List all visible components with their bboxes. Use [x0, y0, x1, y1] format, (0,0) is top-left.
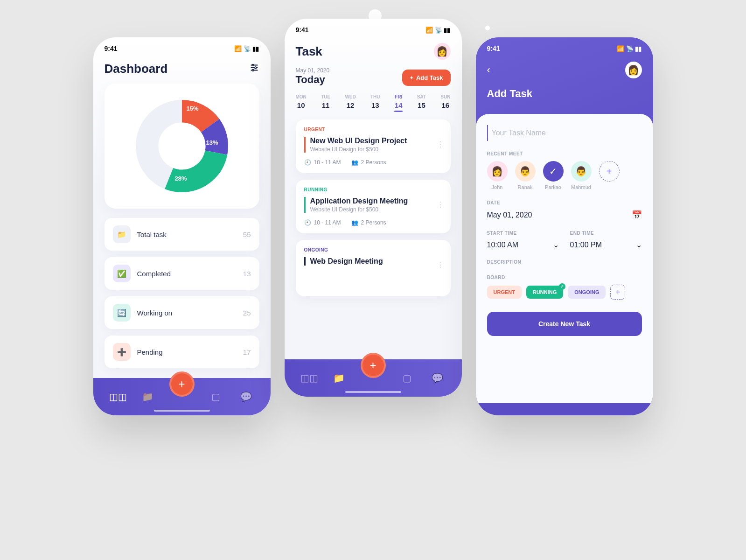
task-title: Task	[296, 44, 322, 59]
tab-folder-icon[interactable]: 📁	[139, 391, 156, 402]
day-thu[interactable]: THU13	[370, 94, 380, 109]
end-time-value: 01:00 PM	[570, 241, 602, 249]
status-bar: 9:41 📶 📡 ▮▮	[285, 19, 462, 37]
more-icon[interactable]: ⋮	[437, 260, 444, 269]
tab-board-icon[interactable]: ▢	[399, 372, 416, 384]
task-tag: ONGOING	[304, 247, 442, 252]
status-bar: 9:41 📶 📡 ▮▮	[93, 37, 271, 56]
task-card-ongoing[interactable]: ONGOING ⋮ Web Design Meeting	[296, 240, 451, 296]
status-icons: 📶 📡 ▮▮	[425, 27, 450, 34]
check-folder-icon: ✅	[113, 265, 131, 282]
meet-ranak[interactable]: 👨 Ranak	[515, 161, 536, 190]
task-card-urgent[interactable]: URGENT ⋮ New Web UI Design Project Websi…	[296, 119, 451, 173]
chevron-down-icon: ⌄	[553, 240, 559, 249]
back-icon[interactable]: ‹	[487, 64, 490, 76]
phone-task: 9:41 📶 📡 ▮▮ Task 👩 May 01, 2020 Today + …	[285, 19, 462, 397]
svg-point-3	[252, 64, 254, 66]
task-persons: 2 Persons	[361, 219, 386, 226]
addtask-sheet: RECENT MEET 👩 John 👨 Ranak ✓ Parkao 👨 Ma…	[476, 114, 653, 403]
home-indicator	[345, 391, 401, 393]
more-icon[interactable]: ⋮	[437, 200, 444, 209]
tab-dashboard-icon[interactable]: ◫◫	[109, 391, 126, 402]
day-sat[interactable]: SAT15	[417, 94, 426, 109]
add-folder-icon: ➕	[113, 343, 131, 361]
dashboard-title: Dashboard	[105, 62, 168, 76]
day-sun[interactable]: SUN16	[440, 94, 450, 109]
check-icon: ✓	[559, 283, 565, 290]
avatar-icon: 👩	[487, 161, 508, 182]
add-task-label: Add Task	[416, 74, 443, 81]
more-icon[interactable]: ⋮	[437, 140, 444, 149]
task-date: May 01, 2020	[296, 67, 330, 74]
day-wed[interactable]: WED12	[345, 94, 356, 109]
chevron-down-icon: ⌄	[636, 240, 642, 249]
fab-add-button[interactable]: +	[361, 353, 386, 378]
tab-dashboard-icon[interactable]: ◫◫	[300, 372, 317, 384]
label-date: DATE	[487, 200, 642, 205]
today-label: Today	[296, 74, 330, 86]
task-card-running[interactable]: RUNNING ⋮ Application Design Meeting Web…	[296, 180, 451, 233]
day-tue[interactable]: TUE11	[321, 94, 330, 109]
stat-label: Pending	[137, 348, 237, 356]
date-selector[interactable]: May 01, 2020 📅	[487, 210, 642, 220]
tab-chat-icon[interactable]: 💬	[429, 372, 446, 384]
start-time-selector[interactable]: 10:00 AM ⌄	[487, 240, 559, 249]
label-board: BOARD	[487, 275, 642, 280]
donut-label-teal: 28%	[175, 175, 187, 182]
board-chip-running[interactable]: RUNNING ✓	[526, 286, 563, 299]
settings-icon[interactable]	[249, 63, 259, 75]
status-icons: 📶 📡 ▮▮	[234, 45, 259, 52]
task-time: 10 - 11 AM	[314, 159, 341, 166]
create-task-button[interactable]: Create New Task	[487, 312, 642, 336]
meet-parkao[interactable]: ✓ Parkao	[543, 161, 564, 190]
tab-folder-icon[interactable]: 📁	[330, 372, 347, 384]
avatar[interactable]: 👩	[625, 62, 642, 78]
meet-john[interactable]: 👩 John	[487, 161, 508, 190]
clock-icon: 🕘	[304, 159, 311, 166]
task-tag: RUNNING	[304, 187, 442, 192]
day-mon[interactable]: MON10	[296, 94, 307, 109]
board-add-button[interactable]: +	[610, 285, 625, 300]
phone-add-task: 9:41 📶 📡 ▮▮ ‹ 👩 Add Task RECENT MEET 👩 J…	[476, 37, 653, 415]
meet-add-button[interactable]: +	[599, 161, 620, 182]
status-time: 9:41	[487, 45, 500, 52]
label-description: DESCRIPTION	[487, 259, 642, 265]
fab-add-button[interactable]: +	[169, 371, 195, 397]
board-chip-urgent[interactable]: URGENT	[487, 286, 522, 299]
avatar-icon: 👨	[515, 161, 536, 182]
stat-value: 13	[243, 270, 251, 278]
date-value: May 01, 2020	[487, 211, 532, 219]
label-end-time: END TIME	[570, 231, 642, 236]
stat-row-working[interactable]: 🔄 Working on 25	[105, 296, 259, 329]
add-task-button[interactable]: + Add Task	[402, 70, 450, 86]
task-title-text: Web Design Meeting	[310, 257, 442, 266]
folder-icon: 📁	[113, 225, 131, 243]
task-persons: 2 Persons	[361, 159, 386, 166]
tab-board-icon[interactable]: ▢	[208, 391, 224, 402]
addtask-title: Add Task	[487, 88, 642, 100]
task-subtitle: Website UI Design for $500	[310, 206, 442, 213]
task-title-text: Application Design Meeting	[310, 197, 442, 205]
task-name-input[interactable]	[487, 125, 642, 141]
avatar[interactable]: 👩	[434, 43, 451, 60]
label-start-time: START TIME	[487, 231, 559, 236]
phone-dashboard: 9:41 📶 📡 ▮▮ Dashboard 15% 13% 28%	[93, 37, 271, 415]
end-time-selector[interactable]: 01:00 PM ⌄	[570, 240, 642, 249]
stat-row-pending[interactable]: ➕ Pending 17	[105, 336, 259, 368]
tab-chat-icon[interactable]: 💬	[237, 391, 254, 402]
home-indicator	[154, 410, 210, 412]
status-time: 9:41	[105, 45, 118, 52]
donut-chart: 15% 13% 28%	[131, 95, 233, 197]
task-title-text: New Web UI Design Project	[310, 137, 442, 145]
avatar-checked-icon: ✓	[543, 161, 564, 182]
day-fri[interactable]: FRI14	[395, 94, 403, 109]
stat-label: Working on	[137, 309, 237, 317]
stat-value: 55	[243, 231, 251, 238]
plus-icon: +	[410, 74, 413, 81]
meet-mahmud[interactable]: 👨 Mahmud	[571, 161, 592, 190]
stat-row-total[interactable]: 📁 Total task 55	[105, 218, 259, 251]
board-chip-ongoing[interactable]: ONGOING	[568, 286, 606, 299]
avatar-icon: 👨	[571, 161, 592, 182]
donut-label-purple: 13%	[206, 139, 218, 146]
stat-row-completed[interactable]: ✅ Completed 13	[105, 257, 259, 290]
